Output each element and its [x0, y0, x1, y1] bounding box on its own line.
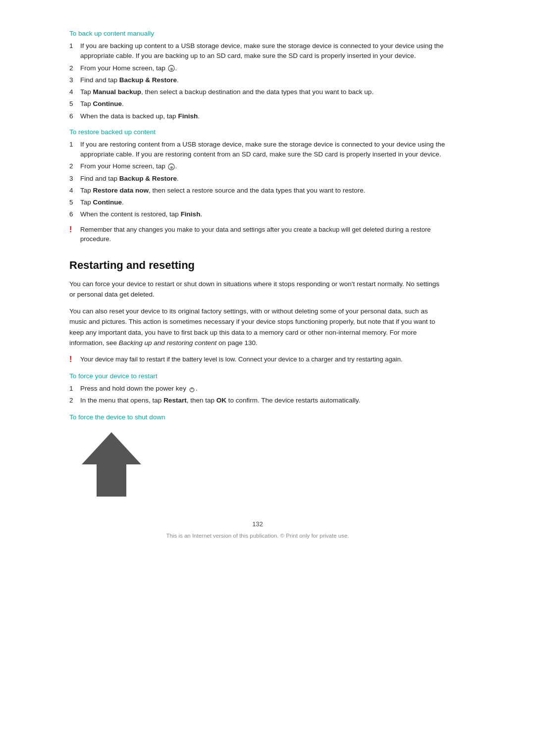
power-icon [189, 386, 195, 392]
restarting-section: Restarting and resetting You can force y… [69, 259, 446, 501]
battery-note-block: ! Your device may fail to restart if the… [69, 354, 446, 364]
list-item: 2 From your Home screen, tap ⊕. [69, 161, 446, 171]
restarting-para2-after: on page 130. [216, 339, 258, 347]
list-item: 6 When the data is backed up, tap Finish… [69, 111, 446, 121]
exclamation-icon: ! [69, 225, 80, 234]
exclamation-icon-2: ! [69, 355, 80, 364]
force-shutdown-heading: To force the device to shut down [69, 413, 446, 421]
home-icon: ⊕ [168, 65, 175, 72]
svg-text:⊕: ⊕ [169, 165, 173, 169]
list-item: 1 Press and hold down the power key . [69, 384, 446, 394]
backup-section: To back up content manually 1 If you are… [69, 30, 446, 121]
list-item: 4 Tap Restore data now, then select a re… [69, 186, 446, 196]
restore-heading: To restore backed up content [69, 128, 446, 136]
svg-text:⊕: ⊕ [169, 66, 173, 71]
list-item: 5 Tap Continue. [69, 198, 446, 207]
restarting-para2: You can also reset your device to its or… [69, 306, 446, 349]
home-icon: ⊕ [168, 163, 175, 170]
restore-list: 1 If you are restoring content from a US… [69, 140, 446, 220]
restore-section: To restore backed up content 1 If you ar… [69, 128, 446, 244]
backup-heading: To back up content manually [69, 30, 446, 37]
list-item: 2 From your Home screen, tap ⊕. [69, 63, 446, 73]
restarting-para1: You can force your device to restart or … [69, 279, 446, 300]
footer: This is an Internet version of this publ… [69, 533, 446, 539]
force-restart-heading: To force your device to restart [69, 372, 446, 380]
page: To back up content manually 1 If you are… [0, 0, 535, 756]
svg-marker-6 [82, 432, 141, 497]
list-item: 1 If you are backing up content to a USB… [69, 41, 446, 61]
backup-list: 1 If you are backing up content to a USB… [69, 41, 446, 121]
restore-note: Remember that any changes you make to yo… [80, 225, 446, 244]
list-item: 3 Find and tap Backup & Restore. [69, 174, 446, 184]
arrow-image [79, 430, 446, 501]
list-item: 5 Tap Continue. [69, 99, 446, 109]
battery-note: Your device may fail to restart if the b… [80, 354, 403, 364]
restore-note-block: ! Remember that any changes you make to … [69, 225, 446, 244]
list-item: 1 If you are restoring content from a US… [69, 140, 446, 160]
list-item: 2 In the menu that opens, tap Restart, t… [69, 396, 446, 405]
list-item: 3 Find and tap Backup & Restore. [69, 75, 446, 85]
restarting-heading: Restarting and resetting [69, 259, 446, 272]
list-item: 4 Tap Manual backup, then select a backu… [69, 87, 446, 97]
page-number: 132 [69, 520, 446, 528]
list-item: 6 When the content is restored, tap Fini… [69, 209, 446, 219]
force-restart-list: 1 Press and hold down the power key . 2 … [69, 384, 446, 406]
restarting-para2-italic: Backing up and restoring content [119, 339, 216, 347]
